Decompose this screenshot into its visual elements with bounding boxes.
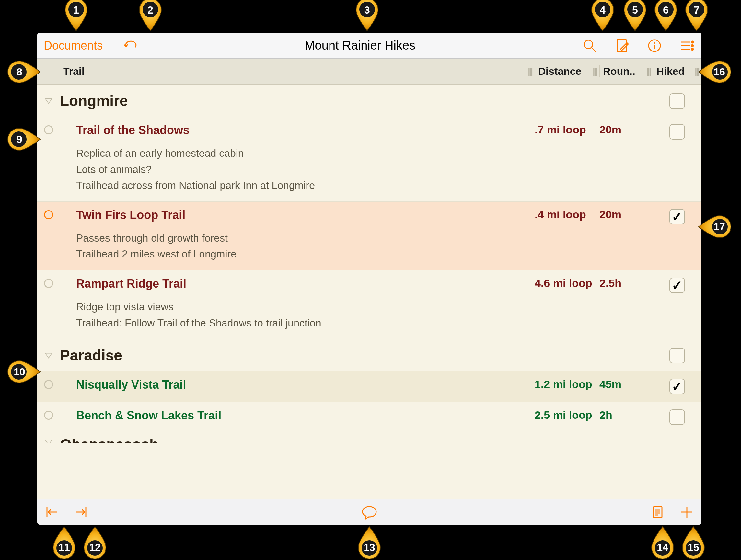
outline-list[interactable]: Longmire Trail of the Shadows Replica of… bbox=[37, 84, 701, 499]
section-title[interactable]: Longmire bbox=[60, 92, 535, 110]
undo-icon[interactable] bbox=[122, 38, 138, 54]
roundtrip-cell[interactable]: 20m bbox=[599, 208, 653, 262]
callout-marker: 5 bbox=[622, 0, 648, 33]
disclosure-triangle-icon[interactable] bbox=[37, 351, 60, 360]
column-header-hiked[interactable]: Hiked||| bbox=[653, 65, 701, 77]
trail-row[interactable]: Trail of the Shadows Replica of an early… bbox=[37, 117, 701, 202]
app-window: Documents Mount Rainier Hikes bbox=[37, 33, 701, 525]
svg-point-22 bbox=[686, 540, 701, 556]
roundtrip-cell[interactable]: 20m bbox=[599, 123, 653, 194]
distance-cell[interactable]: .4 mi loop bbox=[535, 208, 599, 262]
document-title: Mount Rainier Hikes bbox=[148, 39, 572, 53]
svg-point-8 bbox=[68, 2, 84, 17]
section-title[interactable]: Paradise bbox=[60, 347, 535, 364]
hiked-checkbox[interactable] bbox=[669, 409, 685, 425]
svg-point-20 bbox=[361, 540, 377, 556]
annotated-screenshot: Documents Mount Rainier Hikes bbox=[0, 0, 741, 560]
roundtrip-cell[interactable]: 45m bbox=[599, 378, 653, 394]
column-resize-icon[interactable]: ||| bbox=[646, 66, 650, 76]
callout-marker: 11 bbox=[51, 525, 77, 560]
callout-marker: 8 bbox=[6, 59, 42, 85]
indent-icon[interactable] bbox=[73, 504, 89, 520]
hiked-checkbox[interactable]: ✓ bbox=[669, 278, 685, 293]
note-icon[interactable] bbox=[361, 504, 378, 520]
section-row[interactable]: Longmire bbox=[37, 84, 701, 117]
svg-point-6 bbox=[691, 48, 693, 50]
trail-name[interactable]: Nisqually Vista Trail bbox=[76, 378, 528, 392]
svg-point-9 bbox=[143, 2, 158, 17]
callout-marker: 1 bbox=[63, 0, 89, 33]
column-header-trail[interactable]: Trail||| bbox=[60, 65, 535, 77]
distance-cell[interactable]: 4.6 mi loop bbox=[535, 277, 599, 331]
column-resize-icon[interactable]: ||| bbox=[528, 66, 532, 76]
svg-point-3 bbox=[654, 42, 655, 43]
svg-point-10 bbox=[359, 2, 375, 17]
svg-rect-7 bbox=[654, 506, 662, 517]
hiked-checkbox[interactable] bbox=[669, 93, 685, 109]
callout-marker: 4 bbox=[590, 0, 616, 33]
svg-point-12 bbox=[627, 2, 643, 17]
trail-name[interactable]: Trail of the Shadows bbox=[76, 123, 528, 137]
svg-point-23 bbox=[712, 64, 728, 80]
status-circle-icon[interactable] bbox=[44, 210, 53, 219]
svg-point-5 bbox=[691, 45, 693, 47]
trail-notes[interactable]: Ridge top vista viewsTrailhead: Follow T… bbox=[76, 299, 528, 331]
column-header-distance[interactable]: Distance||| bbox=[535, 65, 599, 77]
status-circle-icon[interactable] bbox=[44, 125, 53, 134]
status-circle-icon[interactable] bbox=[44, 380, 53, 389]
status-circle-icon[interactable] bbox=[44, 279, 53, 288]
callout-marker: 10 bbox=[6, 359, 42, 385]
column-resize-icon[interactable]: ||| bbox=[593, 66, 597, 76]
callout-marker: 13 bbox=[356, 525, 382, 560]
column-resize-icon[interactable]: ||| bbox=[695, 66, 699, 76]
trail-notes[interactable]: Replica of an early homestead cabinLots … bbox=[76, 145, 528, 194]
hiked-checkbox[interactable]: ✓ bbox=[669, 209, 685, 224]
callout-marker: 7 bbox=[684, 0, 710, 33]
trail-name[interactable]: Twin Firs Loop Trail bbox=[76, 208, 528, 222]
hiked-checkbox[interactable] bbox=[669, 348, 685, 363]
outdent-icon[interactable] bbox=[44, 504, 60, 520]
svg-point-4 bbox=[691, 41, 693, 43]
trail-row[interactable]: Nisqually Vista Trail 1.2 mi loop 45m ✓ bbox=[37, 371, 701, 402]
svg-point-11 bbox=[595, 2, 610, 17]
section-title: Ohanapecosh bbox=[60, 436, 701, 443]
svg-point-24 bbox=[712, 219, 728, 234]
callout-marker: 6 bbox=[653, 0, 679, 33]
distance-cell[interactable]: .7 mi loop bbox=[535, 123, 599, 194]
column-header-row: Trail||| Distance||| Roun..||| Hiked||| bbox=[37, 59, 701, 84]
view-options-icon[interactable] bbox=[679, 38, 695, 54]
hiked-checkbox[interactable]: ✓ bbox=[669, 378, 685, 394]
search-icon[interactable] bbox=[582, 38, 598, 54]
roundtrip-cell[interactable]: 2h bbox=[599, 409, 653, 425]
svg-point-19 bbox=[87, 540, 103, 556]
distance-cell[interactable]: 2.5 mi loop bbox=[535, 409, 599, 425]
callout-marker: 16 bbox=[696, 59, 732, 85]
svg-point-0 bbox=[584, 40, 593, 49]
section-row[interactable]: Ohanapecosh bbox=[37, 433, 701, 443]
trail-name[interactable]: Bench & Snow Lakes Trail bbox=[76, 409, 528, 422]
callout-marker: 14 bbox=[650, 525, 676, 560]
roundtrip-cell[interactable]: 2.5h bbox=[599, 277, 653, 331]
column-header-roundtrip[interactable]: Roun..||| bbox=[599, 65, 653, 77]
trail-row[interactable]: Rampart Ridge Trail Ridge top vista view… bbox=[37, 270, 701, 339]
svg-point-14 bbox=[689, 2, 704, 17]
hiked-checkbox[interactable] bbox=[669, 124, 685, 140]
distance-cell[interactable]: 1.2 mi loop bbox=[535, 378, 599, 394]
status-circle-icon[interactable] bbox=[44, 411, 53, 420]
trail-row[interactable]: Bench & Snow Lakes Trail 2.5 mi loop 2h bbox=[37, 402, 701, 433]
trail-name[interactable]: Rampart Ridge Trail bbox=[76, 277, 528, 290]
top-toolbar: Documents Mount Rainier Hikes bbox=[37, 33, 701, 59]
add-icon[interactable] bbox=[679, 504, 695, 520]
trail-notes[interactable]: Passes through old growth forestTrailhea… bbox=[76, 230, 528, 262]
document-icon[interactable] bbox=[650, 504, 666, 520]
disclosure-triangle-icon[interactable] bbox=[37, 437, 60, 443]
section-row[interactable]: Paradise bbox=[37, 339, 701, 371]
documents-back-button[interactable]: Documents bbox=[44, 39, 103, 53]
trail-row[interactable]: Twin Firs Loop Trail Passes through old … bbox=[37, 202, 701, 270]
disclosure-triangle-icon[interactable] bbox=[37, 96, 60, 105]
document-edit-icon[interactable] bbox=[614, 38, 630, 54]
info-icon[interactable] bbox=[647, 38, 663, 54]
callout-marker: 12 bbox=[82, 525, 108, 560]
callout-marker: 15 bbox=[680, 525, 706, 560]
callout-marker: 2 bbox=[137, 0, 163, 33]
